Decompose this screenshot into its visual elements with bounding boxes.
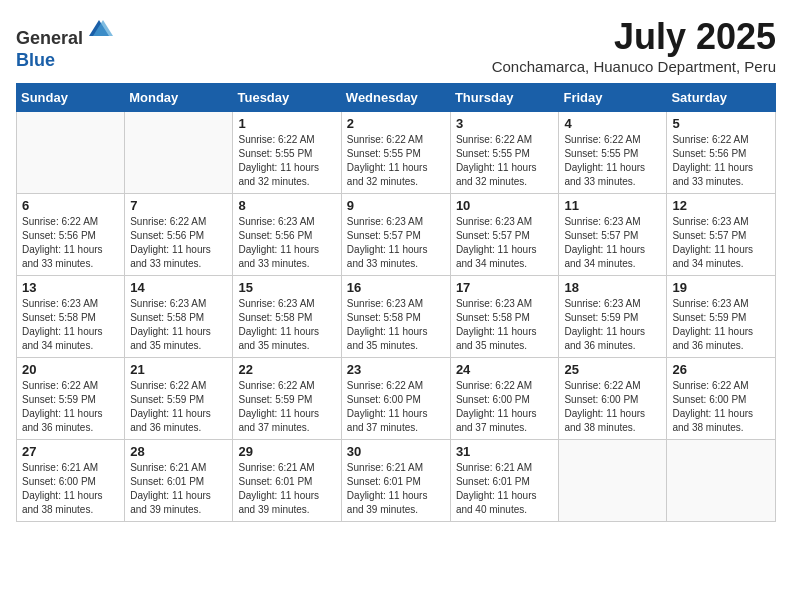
weekday-header: Wednesday bbox=[341, 84, 450, 112]
weekday-header: Tuesday bbox=[233, 84, 341, 112]
page-header: General Blue July 2025 Conchamarca, Huan… bbox=[16, 16, 776, 75]
day-number: 25 bbox=[564, 362, 661, 377]
calendar-week-row: 20Sunrise: 6:22 AM Sunset: 5:59 PM Dayli… bbox=[17, 358, 776, 440]
calendar-day-cell: 27Sunrise: 6:21 AM Sunset: 6:00 PM Dayli… bbox=[17, 440, 125, 522]
calendar-day-cell: 9Sunrise: 6:23 AM Sunset: 5:57 PM Daylig… bbox=[341, 194, 450, 276]
month-title: July 2025 bbox=[492, 16, 776, 58]
day-info: Sunrise: 6:21 AM Sunset: 6:01 PM Dayligh… bbox=[238, 461, 335, 517]
day-number: 30 bbox=[347, 444, 445, 459]
day-info: Sunrise: 6:23 AM Sunset: 5:57 PM Dayligh… bbox=[564, 215, 661, 271]
day-number: 14 bbox=[130, 280, 227, 295]
day-info: Sunrise: 6:21 AM Sunset: 6:00 PM Dayligh… bbox=[22, 461, 119, 517]
calendar-table: SundayMondayTuesdayWednesdayThursdayFrid… bbox=[16, 83, 776, 522]
logo-icon bbox=[85, 16, 113, 44]
day-info: Sunrise: 6:22 AM Sunset: 5:55 PM Dayligh… bbox=[347, 133, 445, 189]
day-number: 2 bbox=[347, 116, 445, 131]
calendar-day-cell: 12Sunrise: 6:23 AM Sunset: 5:57 PM Dayli… bbox=[667, 194, 776, 276]
calendar-day-cell: 7Sunrise: 6:22 AM Sunset: 5:56 PM Daylig… bbox=[125, 194, 233, 276]
calendar-header-row: SundayMondayTuesdayWednesdayThursdayFrid… bbox=[17, 84, 776, 112]
calendar-week-row: 13Sunrise: 6:23 AM Sunset: 5:58 PM Dayli… bbox=[17, 276, 776, 358]
day-info: Sunrise: 6:23 AM Sunset: 5:59 PM Dayligh… bbox=[564, 297, 661, 353]
day-info: Sunrise: 6:21 AM Sunset: 6:01 PM Dayligh… bbox=[130, 461, 227, 517]
day-number: 18 bbox=[564, 280, 661, 295]
day-info: Sunrise: 6:23 AM Sunset: 5:57 PM Dayligh… bbox=[456, 215, 554, 271]
day-number: 31 bbox=[456, 444, 554, 459]
calendar-day-cell: 15Sunrise: 6:23 AM Sunset: 5:58 PM Dayli… bbox=[233, 276, 341, 358]
day-info: Sunrise: 6:22 AM Sunset: 5:55 PM Dayligh… bbox=[456, 133, 554, 189]
calendar-day-cell: 19Sunrise: 6:23 AM Sunset: 5:59 PM Dayli… bbox=[667, 276, 776, 358]
day-info: Sunrise: 6:22 AM Sunset: 6:00 PM Dayligh… bbox=[564, 379, 661, 435]
calendar-day-cell: 6Sunrise: 6:22 AM Sunset: 5:56 PM Daylig… bbox=[17, 194, 125, 276]
day-info: Sunrise: 6:22 AM Sunset: 5:56 PM Dayligh… bbox=[130, 215, 227, 271]
calendar-day-cell: 8Sunrise: 6:23 AM Sunset: 5:56 PM Daylig… bbox=[233, 194, 341, 276]
day-number: 12 bbox=[672, 198, 770, 213]
day-number: 16 bbox=[347, 280, 445, 295]
calendar-day-cell: 10Sunrise: 6:23 AM Sunset: 5:57 PM Dayli… bbox=[450, 194, 559, 276]
day-number: 3 bbox=[456, 116, 554, 131]
calendar-day-cell: 26Sunrise: 6:22 AM Sunset: 6:00 PM Dayli… bbox=[667, 358, 776, 440]
day-info: Sunrise: 6:23 AM Sunset: 5:58 PM Dayligh… bbox=[130, 297, 227, 353]
day-info: Sunrise: 6:22 AM Sunset: 5:55 PM Dayligh… bbox=[238, 133, 335, 189]
calendar-day-cell: 20Sunrise: 6:22 AM Sunset: 5:59 PM Dayli… bbox=[17, 358, 125, 440]
day-info: Sunrise: 6:22 AM Sunset: 5:59 PM Dayligh… bbox=[238, 379, 335, 435]
day-number: 10 bbox=[456, 198, 554, 213]
calendar-day-cell: 31Sunrise: 6:21 AM Sunset: 6:01 PM Dayli… bbox=[450, 440, 559, 522]
day-info: Sunrise: 6:23 AM Sunset: 5:58 PM Dayligh… bbox=[238, 297, 335, 353]
day-number: 21 bbox=[130, 362, 227, 377]
calendar-day-cell: 30Sunrise: 6:21 AM Sunset: 6:01 PM Dayli… bbox=[341, 440, 450, 522]
weekday-header: Friday bbox=[559, 84, 667, 112]
day-info: Sunrise: 6:22 AM Sunset: 5:59 PM Dayligh… bbox=[130, 379, 227, 435]
day-number: 9 bbox=[347, 198, 445, 213]
day-number: 1 bbox=[238, 116, 335, 131]
day-info: Sunrise: 6:23 AM Sunset: 5:58 PM Dayligh… bbox=[347, 297, 445, 353]
calendar-week-row: 1Sunrise: 6:22 AM Sunset: 5:55 PM Daylig… bbox=[17, 112, 776, 194]
day-number: 13 bbox=[22, 280, 119, 295]
day-info: Sunrise: 6:22 AM Sunset: 5:55 PM Dayligh… bbox=[564, 133, 661, 189]
day-number: 22 bbox=[238, 362, 335, 377]
calendar-day-cell: 24Sunrise: 6:22 AM Sunset: 6:00 PM Dayli… bbox=[450, 358, 559, 440]
weekday-header: Sunday bbox=[17, 84, 125, 112]
calendar-week-row: 27Sunrise: 6:21 AM Sunset: 6:00 PM Dayli… bbox=[17, 440, 776, 522]
calendar-day-cell: 29Sunrise: 6:21 AM Sunset: 6:01 PM Dayli… bbox=[233, 440, 341, 522]
day-number: 26 bbox=[672, 362, 770, 377]
weekday-header: Thursday bbox=[450, 84, 559, 112]
day-number: 29 bbox=[238, 444, 335, 459]
day-number: 5 bbox=[672, 116, 770, 131]
day-number: 8 bbox=[238, 198, 335, 213]
calendar-day-cell: 23Sunrise: 6:22 AM Sunset: 6:00 PM Dayli… bbox=[341, 358, 450, 440]
weekday-header: Saturday bbox=[667, 84, 776, 112]
day-number: 20 bbox=[22, 362, 119, 377]
calendar-day-cell bbox=[17, 112, 125, 194]
day-info: Sunrise: 6:23 AM Sunset: 5:59 PM Dayligh… bbox=[672, 297, 770, 353]
calendar-day-cell: 16Sunrise: 6:23 AM Sunset: 5:58 PM Dayli… bbox=[341, 276, 450, 358]
calendar-day-cell: 22Sunrise: 6:22 AM Sunset: 5:59 PM Dayli… bbox=[233, 358, 341, 440]
calendar-day-cell: 28Sunrise: 6:21 AM Sunset: 6:01 PM Dayli… bbox=[125, 440, 233, 522]
day-number: 23 bbox=[347, 362, 445, 377]
calendar-day-cell: 21Sunrise: 6:22 AM Sunset: 5:59 PM Dayli… bbox=[125, 358, 233, 440]
day-number: 11 bbox=[564, 198, 661, 213]
day-info: Sunrise: 6:23 AM Sunset: 5:57 PM Dayligh… bbox=[347, 215, 445, 271]
calendar-day-cell bbox=[559, 440, 667, 522]
day-info: Sunrise: 6:21 AM Sunset: 6:01 PM Dayligh… bbox=[347, 461, 445, 517]
title-block: July 2025 Conchamarca, Huanuco Departmen… bbox=[492, 16, 776, 75]
day-info: Sunrise: 6:22 AM Sunset: 6:00 PM Dayligh… bbox=[456, 379, 554, 435]
day-number: 6 bbox=[22, 198, 119, 213]
day-info: Sunrise: 6:22 AM Sunset: 5:56 PM Dayligh… bbox=[672, 133, 770, 189]
calendar-week-row: 6Sunrise: 6:22 AM Sunset: 5:56 PM Daylig… bbox=[17, 194, 776, 276]
calendar-day-cell: 14Sunrise: 6:23 AM Sunset: 5:58 PM Dayli… bbox=[125, 276, 233, 358]
day-info: Sunrise: 6:21 AM Sunset: 6:01 PM Dayligh… bbox=[456, 461, 554, 517]
calendar-day-cell: 2Sunrise: 6:22 AM Sunset: 5:55 PM Daylig… bbox=[341, 112, 450, 194]
day-number: 27 bbox=[22, 444, 119, 459]
day-number: 4 bbox=[564, 116, 661, 131]
day-number: 28 bbox=[130, 444, 227, 459]
logo-blue: Blue bbox=[16, 50, 55, 70]
day-number: 17 bbox=[456, 280, 554, 295]
day-number: 7 bbox=[130, 198, 227, 213]
day-number: 24 bbox=[456, 362, 554, 377]
calendar-day-cell bbox=[125, 112, 233, 194]
calendar-day-cell: 13Sunrise: 6:23 AM Sunset: 5:58 PM Dayli… bbox=[17, 276, 125, 358]
logo: General Blue bbox=[16, 16, 113, 71]
day-number: 15 bbox=[238, 280, 335, 295]
day-info: Sunrise: 6:22 AM Sunset: 6:00 PM Dayligh… bbox=[672, 379, 770, 435]
day-info: Sunrise: 6:22 AM Sunset: 5:56 PM Dayligh… bbox=[22, 215, 119, 271]
